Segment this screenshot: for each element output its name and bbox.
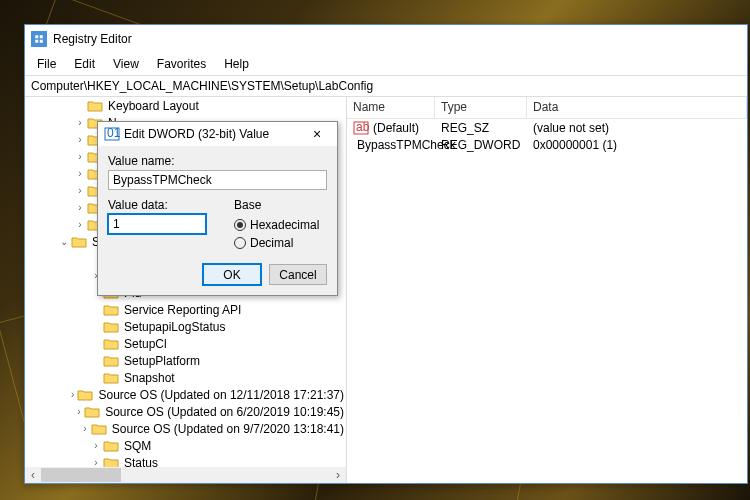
folder-icon	[103, 320, 119, 334]
col-data[interactable]: Data	[527, 97, 747, 118]
tree-label: SetupPlatform	[122, 354, 202, 368]
radio-decimal[interactable]: Decimal	[234, 234, 327, 252]
chevron-right-icon[interactable]: ›	[68, 389, 77, 400]
tree-label: SetupCl	[122, 337, 169, 351]
value-data: (value not set)	[533, 121, 609, 135]
svg-rect-2	[40, 35, 43, 38]
tree-label: Source OS (Updated on 6/20/2019 10:19:45…	[103, 405, 346, 419]
chevron-right-icon[interactable]: ›	[74, 406, 85, 417]
folder-icon	[91, 422, 107, 436]
tree-item[interactable]: Snapshot	[25, 369, 346, 386]
chevron-right-icon[interactable]: ›	[73, 168, 87, 179]
folder-icon	[103, 303, 119, 317]
col-name[interactable]: Name	[347, 97, 435, 118]
tree-item[interactable]: SetupCl	[25, 335, 346, 352]
dialog-title: Edit DWORD (32-bit) Value	[124, 127, 303, 141]
scroll-left-button[interactable]: ‹	[25, 467, 41, 483]
chevron-right-icon[interactable]: ›	[73, 151, 87, 162]
radio-hexadecimal[interactable]: Hexadecimal	[234, 216, 327, 234]
address-bar[interactable]: Computer\HKEY_LOCAL_MACHINE\SYSTEM\Setup…	[25, 75, 747, 97]
value-data-label: Value data:	[108, 198, 206, 212]
tree-item[interactable]: SetupapiLogStatus	[25, 318, 346, 335]
values-pane: Name Type Data ab(Default)REG_SZ(value n…	[347, 97, 747, 483]
tree-item[interactable]: ›SQM	[25, 437, 346, 454]
cancel-button[interactable]: Cancel	[269, 264, 327, 285]
tree-item[interactable]: ›Source OS (Updated on 9/7/2020 13:18:41…	[25, 420, 346, 437]
scroll-thumb[interactable]	[41, 468, 121, 482]
radio-dec-label: Decimal	[250, 236, 293, 250]
folder-icon	[84, 405, 100, 419]
value-type: REG_SZ	[441, 121, 489, 135]
tree-label: Status	[122, 456, 160, 468]
tree-label: Service Reporting API	[122, 303, 243, 317]
edit-dword-dialog: 011 Edit DWORD (32-bit) Value × Value na…	[97, 121, 338, 296]
scroll-right-button[interactable]: ›	[330, 467, 346, 483]
tree-item[interactable]: SetupPlatform	[25, 352, 346, 369]
horizontal-scrollbar[interactable]: ‹ ›	[25, 467, 346, 483]
chevron-right-icon[interactable]: ›	[89, 440, 103, 451]
window-title: Registry Editor	[53, 32, 132, 46]
svg-rect-3	[35, 40, 38, 43]
tree-item[interactable]: Keyboard Layout	[25, 97, 346, 114]
base-label: Base	[234, 198, 327, 212]
registry-editor-window: Registry Editor File Edit View Favorites…	[24, 24, 748, 484]
chevron-right-icon[interactable]: ›	[73, 185, 87, 196]
tree-label: Source OS (Updated on 12/11/2018 17:21:3…	[96, 388, 346, 402]
chevron-right-icon[interactable]: ›	[73, 219, 87, 230]
chevron-down-icon[interactable]: ⌄	[57, 236, 71, 247]
scroll-track[interactable]	[41, 467, 330, 483]
menu-favorites[interactable]: Favorites	[149, 55, 214, 73]
menu-file[interactable]: File	[29, 55, 64, 73]
value-name-label: Value name:	[108, 154, 327, 168]
value-data-input[interactable]	[108, 214, 206, 234]
tree-item[interactable]: ›Source OS (Updated on 12/11/2018 17:21:…	[25, 386, 346, 403]
svg-text:ab: ab	[356, 120, 369, 134]
list-row[interactable]: 110BypassTPMCheckREG_DWORD0x00000001 (1)	[347, 136, 747, 153]
tree-item[interactable]: Service Reporting API	[25, 301, 346, 318]
value-data: 0x00000001 (1)	[533, 138, 617, 152]
tree-label: Keyboard Layout	[106, 99, 201, 113]
tree-label: SQM	[122, 439, 153, 453]
ok-button[interactable]: OK	[203, 264, 261, 285]
tree-label: Snapshot	[122, 371, 177, 385]
string-icon: ab	[353, 120, 369, 136]
menubar: File Edit View Favorites Help	[25, 53, 747, 75]
value-name: (Default)	[373, 121, 419, 135]
radio-icon	[234, 237, 246, 249]
tree-item[interactable]: ›Status	[25, 454, 346, 467]
titlebar: Registry Editor	[25, 25, 747, 53]
folder-icon	[103, 456, 119, 468]
radio-icon	[234, 219, 246, 231]
menu-view[interactable]: View	[105, 55, 147, 73]
folder-icon	[103, 354, 119, 368]
value-name-input[interactable]	[108, 170, 327, 190]
folder-icon	[71, 235, 87, 249]
tree-label: SetupapiLogStatus	[122, 320, 227, 334]
svg-text:011: 011	[107, 126, 120, 140]
dword-icon: 011	[104, 126, 120, 142]
regedit-icon	[31, 31, 47, 47]
chevron-right-icon[interactable]: ›	[79, 423, 91, 434]
list-row[interactable]: ab(Default)REG_SZ(value not set)	[347, 119, 747, 136]
tree-item[interactable]: ›Source OS (Updated on 6/20/2019 10:19:4…	[25, 403, 346, 420]
close-icon[interactable]: ×	[303, 124, 331, 144]
menu-help[interactable]: Help	[216, 55, 257, 73]
col-type[interactable]: Type	[435, 97, 527, 118]
svg-rect-4	[40, 40, 43, 43]
dialog-titlebar: 011 Edit DWORD (32-bit) Value ×	[98, 122, 337, 146]
svg-rect-1	[35, 35, 38, 38]
folder-icon	[103, 371, 119, 385]
folder-icon	[103, 337, 119, 351]
menu-edit[interactable]: Edit	[66, 55, 103, 73]
folder-icon	[77, 388, 93, 402]
value-type: REG_DWORD	[441, 138, 520, 152]
radio-hex-label: Hexadecimal	[250, 218, 319, 232]
address-text: Computer\HKEY_LOCAL_MACHINE\SYSTEM\Setup…	[31, 79, 373, 93]
chevron-right-icon[interactable]: ›	[73, 202, 87, 213]
chevron-right-icon[interactable]: ›	[73, 117, 87, 128]
folder-icon	[103, 439, 119, 453]
list-header: Name Type Data	[347, 97, 747, 119]
folder-icon	[87, 99, 103, 113]
chevron-right-icon[interactable]: ›	[89, 457, 103, 467]
chevron-right-icon[interactable]: ›	[73, 134, 87, 145]
